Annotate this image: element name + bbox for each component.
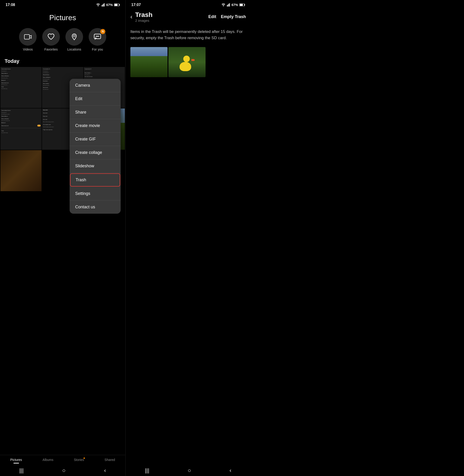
today-section-label: Today — [0, 56, 125, 66]
svg-rect-17 — [227, 5, 228, 7]
svg-rect-8 — [24, 35, 29, 39]
left-app-header: Pictures — [0, 9, 125, 24]
svg-rect-23 — [240, 4, 243, 6]
left-system-bar: ||| ○ ‹ — [0, 464, 125, 476]
svg-point-13 — [96, 36, 97, 37]
nav-label-pictures: Pictures — [10, 458, 22, 462]
qa-label-for-you: For you — [92, 47, 103, 51]
svg-rect-18 — [228, 4, 228, 7]
trash-image-tree[interactable] — [130, 47, 167, 77]
right-back-button[interactable]: ‹ — [230, 467, 231, 474]
photo-thumb-4[interactable]: Customization Service Customization S...… — [0, 108, 41, 149]
signal-icon — [102, 3, 105, 7]
nav-label-stories: Stories — [74, 458, 84, 462]
nav-label-albums: Albums — [42, 458, 53, 462]
right-time: 17:07 — [131, 3, 141, 7]
qa-circle-favorites — [42, 28, 60, 46]
menu-item-settings[interactable]: Settings — [70, 187, 121, 200]
qa-label-videos: Videos — [23, 47, 33, 51]
qa-label-favorites: Favorites — [44, 47, 58, 51]
qa-label-locations: Locations — [67, 47, 81, 51]
svg-point-16 — [223, 5, 224, 6]
empty-trash-button[interactable]: Empty Trash — [221, 14, 246, 19]
svg-rect-22 — [244, 4, 245, 6]
chat-icon — [94, 33, 101, 41]
left-status-icons: 67% — [96, 3, 120, 7]
left-battery: 67% — [106, 3, 113, 7]
video-icon — [24, 33, 31, 41]
right-battery-text: 67% — [232, 3, 238, 7]
qa-item-locations[interactable]: Locations — [65, 28, 83, 51]
stories-notification-dot — [84, 457, 85, 459]
svg-rect-20 — [229, 3, 230, 7]
left-status-bar: 17:08 67% — [0, 0, 125, 9]
svg-rect-19 — [229, 4, 229, 7]
right-battery-icon — [239, 3, 245, 6]
right-signal-icon — [227, 3, 230, 7]
svg-rect-4 — [104, 3, 105, 7]
svg-point-0 — [98, 5, 99, 6]
map-pin-icon — [70, 33, 78, 41]
left-back-button[interactable]: ‹ — [104, 467, 106, 474]
qa-circle-videos — [19, 28, 37, 46]
settings-screenshot-1: Customization Service Customization S...… — [0, 67, 41, 108]
svg-point-10 — [73, 35, 75, 37]
nav-item-albums[interactable]: Albums — [42, 458, 53, 462]
svg-rect-3 — [103, 4, 104, 7]
menu-item-share[interactable]: Share — [70, 106, 121, 119]
menu-item-create-movie[interactable]: Create movie — [70, 119, 121, 132]
notification-badge: N — [100, 29, 105, 34]
trash-header: ‹ Trash 2 images Edit Empty Trash — [126, 9, 251, 25]
wifi-icon — [96, 3, 100, 7]
nav-item-pictures[interactable]: Pictures — [10, 458, 22, 462]
beer-photo — [0, 150, 41, 191]
qa-circle-for-you: N — [89, 28, 106, 46]
nav-item-shared[interactable]: Shared — [105, 458, 115, 462]
left-panel: 17:08 67% Pictures — [0, 0, 125, 476]
svg-rect-2 — [102, 4, 103, 7]
menu-item-camera[interactable]: Camera — [70, 79, 121, 92]
svg-point-15 — [99, 36, 99, 37]
photo-thumb-beer[interactable] — [0, 150, 41, 191]
trash-back-button[interactable]: ‹ — [130, 13, 133, 20]
right-empty-area — [126, 79, 251, 464]
qa-item-for-you[interactable]: N For you — [89, 28, 106, 51]
duck-bill — [191, 59, 195, 61]
qa-item-videos[interactable]: Videos — [19, 28, 37, 51]
nav-item-stories[interactable]: Stories — [74, 458, 84, 462]
trash-images-row — [126, 45, 251, 79]
tree-photo-thumb — [130, 47, 167, 77]
trash-actions: Edit Empty Trash — [208, 14, 246, 19]
right-status-bar: 17:07 67% — [126, 0, 251, 9]
menu-item-trash[interactable]: Trash — [70, 173, 120, 187]
trash-title-block: Trash 2 images — [133, 11, 208, 22]
edit-button[interactable]: Edit — [208, 14, 216, 19]
battery-icon — [114, 3, 120, 6]
left-time: 17:08 — [6, 3, 15, 7]
right-menu-button[interactable]: ||| — [145, 467, 149, 474]
qa-item-favorites[interactable]: Favorites — [42, 28, 60, 51]
trash-image-duck[interactable] — [168, 47, 205, 77]
trash-subtitle: 2 images — [135, 19, 208, 22]
menu-item-edit[interactable]: Edit — [70, 92, 121, 106]
toggle-location — [37, 125, 41, 127]
menu-item-contact-us[interactable]: Contact us — [70, 200, 121, 214]
menu-item-slideshow[interactable]: Slideshow — [70, 159, 121, 173]
right-home-button[interactable]: ○ — [188, 467, 191, 474]
context-menu: Camera Edit Share Create movie Create GI… — [70, 79, 121, 214]
qa-circle-locations — [65, 28, 83, 46]
app-title: Pictures — [0, 13, 125, 22]
duck-photo-thumb — [168, 47, 205, 77]
duck-body — [180, 62, 191, 71]
svg-rect-1 — [102, 5, 102, 7]
menu-item-create-collage[interactable]: Create collage — [70, 146, 121, 159]
left-menu-button[interactable]: ||| — [19, 467, 24, 474]
menu-item-create-gif[interactable]: Create GIF — [70, 132, 121, 146]
photo-thumb-1[interactable]: Customization Service Customization S...… — [0, 67, 41, 108]
settings-screenshot-4: Customization Service Customization S...… — [0, 108, 41, 149]
duck-head — [183, 56, 190, 62]
svg-marker-9 — [29, 36, 31, 38]
svg-rect-7 — [115, 4, 118, 6]
right-system-bar: ||| ○ ‹ — [126, 464, 251, 476]
left-home-button[interactable]: ○ — [62, 467, 66, 474]
